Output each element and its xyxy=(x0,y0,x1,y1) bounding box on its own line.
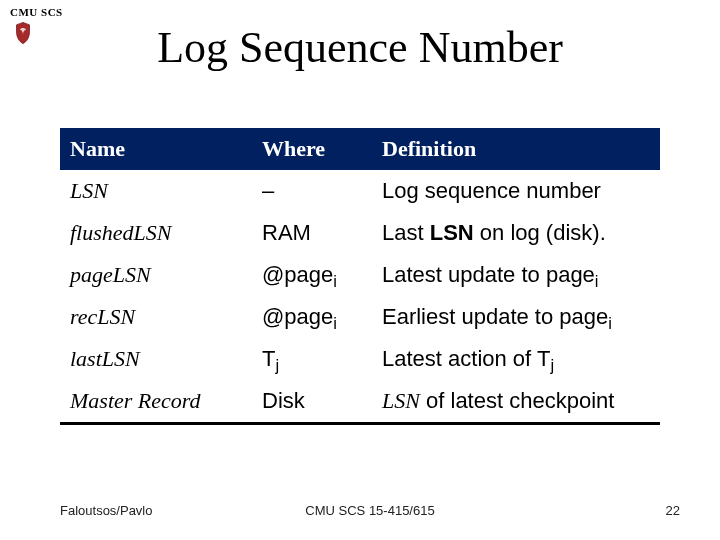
cell-name: LSN xyxy=(60,170,252,212)
cell-name: lastLSN xyxy=(60,338,252,380)
cell-where: @pagei xyxy=(252,296,372,338)
cell-def: Earliest update to pagei xyxy=(372,296,660,338)
col-where: Where xyxy=(252,128,372,170)
cell-where: @pagei xyxy=(252,254,372,296)
cell-def: Latest update to pagei xyxy=(372,254,660,296)
cell-where: Disk xyxy=(252,380,372,422)
footer-course: CMU SCS 15-415/615 xyxy=(60,503,680,518)
footer-authors: Faloutsos/Pavlo xyxy=(60,503,153,518)
cell-name: Master Record xyxy=(60,380,252,422)
table-header-row: Name Where Definition xyxy=(60,128,660,170)
cell-def: Latest action of Tj xyxy=(372,338,660,380)
table-row: Master Record Disk LSN of latest checkpo… xyxy=(60,380,660,422)
slide-title: Log Sequence Number xyxy=(0,22,720,73)
footer-page: 22 xyxy=(666,503,680,518)
footer: Faloutsos/Pavlo CMU SCS 15-415/615 22 xyxy=(60,503,680,518)
cell-def: Last LSN on log (disk). xyxy=(372,212,660,254)
cell-name: pageLSN xyxy=(60,254,252,296)
cell-where: Tj xyxy=(252,338,372,380)
table-row: flushedLSN RAM Last LSN on log (disk). xyxy=(60,212,660,254)
cell-def: LSN of latest checkpoint xyxy=(372,380,660,422)
cell-def: Log sequence number xyxy=(372,170,660,212)
table-row: lastLSN Tj Latest action of Tj xyxy=(60,338,660,380)
col-name: Name xyxy=(60,128,252,170)
lsn-table: Name Where Definition LSN – Log sequence… xyxy=(60,128,660,425)
cell-name: recLSN xyxy=(60,296,252,338)
table-bottom-rule xyxy=(60,422,660,425)
cell-where: RAM xyxy=(252,212,372,254)
cell-name: flushedLSN xyxy=(60,212,252,254)
table-row: LSN – Log sequence number xyxy=(60,170,660,212)
slide: CMU SCS Log Sequence Number Name Where D… xyxy=(0,0,720,540)
org-label: CMU SCS xyxy=(10,6,63,18)
table-row: pageLSN @pagei Latest update to pagei xyxy=(60,254,660,296)
table-row: recLSN @pagei Earliest update to pagei xyxy=(60,296,660,338)
cell-where: – xyxy=(252,170,372,212)
col-def: Definition xyxy=(372,128,660,170)
